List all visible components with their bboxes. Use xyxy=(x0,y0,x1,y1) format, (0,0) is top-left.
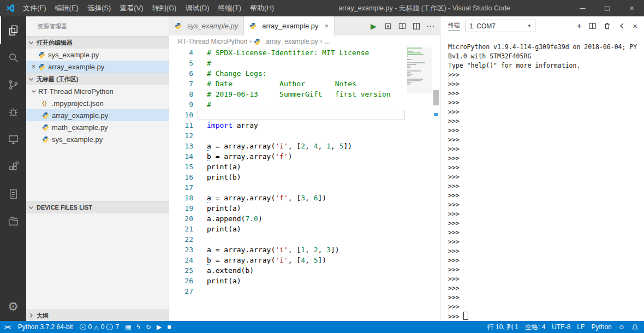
menu-item[interactable]: 编辑(E) xyxy=(51,0,83,16)
kill-terminal-trash-icon[interactable] xyxy=(603,22,611,30)
code-line[interactable]: 13a = array.array('i', [2, 4, 1, 5]) xyxy=(169,141,440,151)
editor-scrollbar[interactable] xyxy=(432,35,440,321)
code-line[interactable]: 7# Date Author Notes xyxy=(169,79,440,89)
code-area[interactable]: 4# SPDX-License-Identifier: MIT License5… xyxy=(169,47,440,321)
notifications-bell-icon[interactable] xyxy=(628,321,642,333)
folder-library-icon[interactable] xyxy=(0,207,26,235)
menu-item[interactable]: 转到(G) xyxy=(148,0,181,16)
open-editors-header[interactable]: 打开的编辑器 xyxy=(26,36,169,49)
maximize-panel-chevron-icon[interactable] xyxy=(618,22,626,30)
code-line[interactable]: 12 xyxy=(169,130,440,141)
more-actions-button[interactable]: ··· xyxy=(424,20,437,32)
minimap-slider[interactable] xyxy=(407,47,432,93)
debug-icon[interactable] xyxy=(0,98,26,126)
terminal-panel-title[interactable]: 终端 xyxy=(448,21,460,31)
minimap[interactable] xyxy=(407,47,432,87)
device-files-header[interactable]: DEVICE FILES LIST xyxy=(26,201,169,213)
menu-item[interactable]: 终端(T) xyxy=(213,0,246,16)
terminal-body[interactable]: MicroPython v1.9.4-114-g309fe39d on 2018… xyxy=(448,43,642,321)
code-line[interactable]: 14b = array.array('f') xyxy=(169,151,440,162)
breadcrumb-item[interactable]: array_example.py xyxy=(254,38,318,45)
code-line[interactable]: 9# xyxy=(169,99,440,110)
code-line[interactable]: 18a = array.array('f', [3, 6]) xyxy=(169,193,440,203)
line-number[interactable]: 16 xyxy=(169,172,193,182)
menu-item[interactable]: 文件(F) xyxy=(19,0,51,16)
line-number[interactable]: 26 xyxy=(169,276,193,286)
line-number[interactable]: 17 xyxy=(169,182,193,193)
tree-item[interactable]: math_example.py xyxy=(26,121,169,133)
line-number[interactable]: 27 xyxy=(169,286,193,296)
code-line[interactable]: 17 xyxy=(169,182,440,193)
code-line[interactable]: 24b = array.array('i', [4, 5]) xyxy=(169,255,440,265)
settings-gear-icon[interactable]: ⚙ xyxy=(0,295,26,319)
eol-setting[interactable]: LF xyxy=(574,321,588,333)
menu-item[interactable]: 帮助(H) xyxy=(246,0,278,16)
close-icon[interactable]: × xyxy=(325,22,329,30)
close-icon[interactable]: × xyxy=(29,63,38,70)
device-monitor-icon[interactable] xyxy=(0,126,26,153)
feedback-smiley-icon[interactable]: ☺ xyxy=(615,321,628,333)
stop-device-button[interactable]: ■ xyxy=(164,321,174,333)
line-number[interactable]: 8 xyxy=(169,89,193,99)
open-preview-icon[interactable] xyxy=(396,20,408,32)
line-number[interactable]: 23 xyxy=(169,245,193,255)
line-number[interactable]: 5 xyxy=(169,58,193,68)
report-list-icon[interactable] xyxy=(0,180,26,207)
run-python-file-button[interactable]: ▶ xyxy=(367,20,380,32)
code-line[interactable]: 11import array xyxy=(169,120,440,130)
search-icon[interactable] xyxy=(0,44,26,71)
code-line[interactable]: 4# SPDX-License-Identifier: MIT License xyxy=(169,47,440,58)
tree-item[interactable]: RT-Thread MicroPython xyxy=(26,85,169,97)
line-number[interactable]: 25 xyxy=(169,265,193,276)
python-interpreter[interactable]: Python 3.7.2 64-bit xyxy=(15,321,76,333)
close-button[interactable]: × xyxy=(619,0,644,16)
code-line[interactable]: 25a.extend(b) xyxy=(169,265,440,276)
editor-tab[interactable]: sys_example.py xyxy=(169,16,244,35)
editor-tab[interactable]: array_example.py× xyxy=(244,16,335,35)
indentation-setting[interactable]: 空格: 4 xyxy=(522,321,548,333)
line-number[interactable]: 6 xyxy=(169,68,193,79)
code-line[interactable]: 6# Change Logs: xyxy=(169,68,440,79)
split-editor-button[interactable] xyxy=(410,20,422,32)
sync-button[interactable]: ↻ xyxy=(143,321,154,333)
code-line[interactable]: 16print(b) xyxy=(169,172,440,182)
line-number[interactable]: 24 xyxy=(169,255,193,265)
flash-download-button[interactable]: ϟ xyxy=(134,321,142,333)
code-line[interactable]: 19print(a) xyxy=(169,203,440,213)
minimize-button[interactable]: ─ xyxy=(570,0,595,16)
menu-item[interactable]: 选择(S) xyxy=(83,0,115,16)
line-number[interactable]: 13 xyxy=(169,141,193,151)
line-number[interactable]: 22 xyxy=(169,234,193,245)
line-number[interactable]: 12 xyxy=(169,130,193,141)
scrollbar-thumb[interactable] xyxy=(433,90,439,105)
maximize-button[interactable]: □ xyxy=(595,0,619,16)
outline-header[interactable]: 大纲 xyxy=(26,310,169,321)
line-number[interactable]: 9 xyxy=(169,99,193,110)
line-number[interactable]: 15 xyxy=(169,162,193,172)
tree-item[interactable]: array_example.py xyxy=(26,109,169,121)
cursor-position[interactable]: 行 10, 列 1 xyxy=(484,321,522,333)
code-line[interactable]: 21print(a) xyxy=(169,224,440,234)
problems-indicator[interactable]: × 0 △ 0 i 7 xyxy=(76,321,123,333)
code-line[interactable]: 27 xyxy=(169,286,440,296)
breadcrumb-item[interactable]: RT-Thread MicroPython xyxy=(178,38,247,45)
source-control-icon[interactable] xyxy=(0,71,26,98)
open-editor-item[interactable]: sys_example.py xyxy=(26,49,169,61)
remote-connect-icon[interactable]: >< xyxy=(0,321,15,333)
line-number[interactable]: 4 xyxy=(169,47,193,58)
code-line[interactable]: 22 xyxy=(169,234,440,245)
tree-item[interactable]: sys_example.py xyxy=(26,133,169,145)
open-editor-item[interactable]: ×array_example.py xyxy=(26,61,169,73)
line-number[interactable]: 20 xyxy=(169,213,193,224)
line-number[interactable]: 7 xyxy=(169,79,193,89)
code-line[interactable]: 5# xyxy=(169,58,440,68)
line-number[interactable]: 18 xyxy=(169,193,193,203)
line-number[interactable]: 11 xyxy=(169,120,193,130)
encoding-setting[interactable]: UTF-8 xyxy=(548,321,574,333)
line-number[interactable]: 19 xyxy=(169,203,193,213)
new-terminal-button[interactable]: + xyxy=(576,21,582,32)
code-line[interactable]: 8# 2019-06-13 SummerGift first version xyxy=(169,89,440,99)
extensions-icon[interactable] xyxy=(0,153,26,180)
workspace-header[interactable]: 无标题 (工作区) xyxy=(26,73,169,85)
code-line[interactable]: 26print(a) xyxy=(169,276,440,286)
